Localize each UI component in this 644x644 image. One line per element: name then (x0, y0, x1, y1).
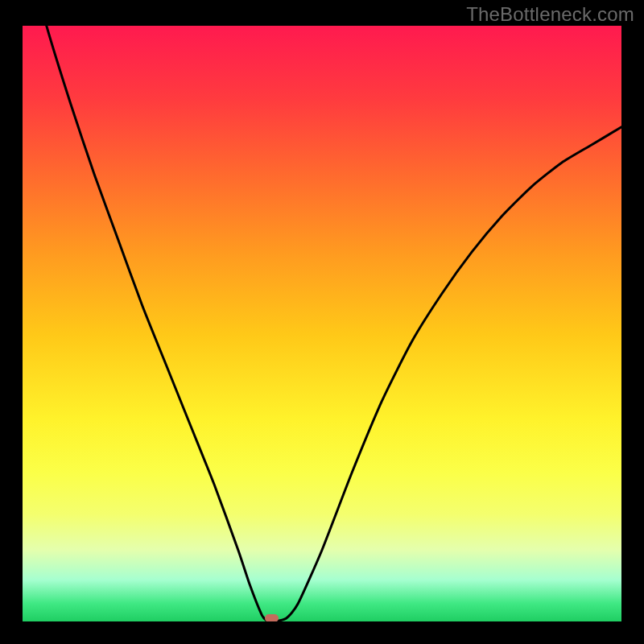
bottleneck-curve (23, 26, 621, 621)
chart-frame: TheBottleneck.com (0, 0, 644, 644)
plot-area (23, 26, 621, 621)
optimal-marker (265, 614, 279, 621)
watermark-text: TheBottleneck.com (466, 3, 634, 26)
